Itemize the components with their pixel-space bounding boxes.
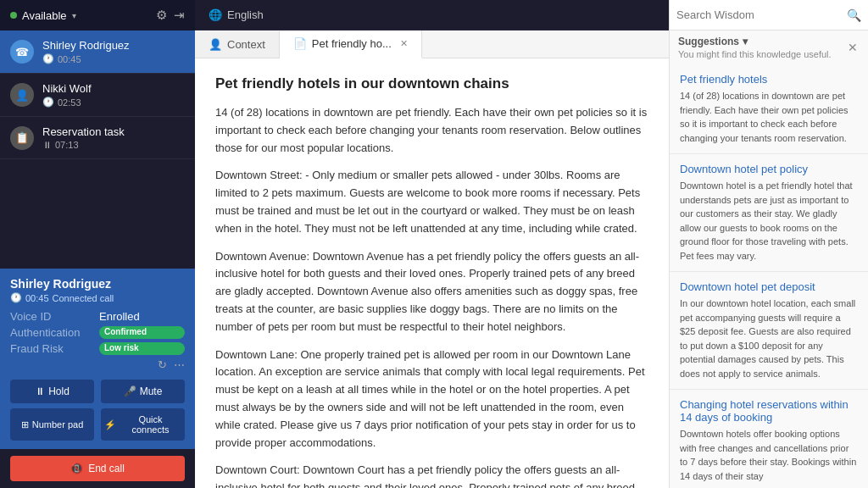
clock-icon: 🕐 bbox=[42, 53, 54, 64]
wisdom-item-3[interactable]: Changing hotel reservations within 14 da… bbox=[670, 390, 868, 488]
suggestions-label: Suggestions bbox=[678, 36, 739, 47]
status-indicator bbox=[10, 12, 17, 19]
context-tab-icon: 👤 bbox=[209, 38, 222, 51]
numpad-icon: ⊞ bbox=[21, 419, 29, 430]
wisdom-item-0[interactable]: Pet friendly hotels 14 (of 28) locations… bbox=[670, 64, 868, 154]
call-time-2: 🕐 02:53 bbox=[42, 97, 185, 108]
number-pad-label: Number pad bbox=[32, 419, 84, 430]
caller-name: Shirley Rodriguez bbox=[42, 39, 185, 52]
call-item-shirley[interactable]: ☎ Shirley Rodriguez 🕐 00:45 bbox=[0, 30, 195, 74]
active-call-details: Voice ID Enrolled Authentication Confirm… bbox=[10, 310, 185, 355]
content-paragraph-4: Downtown Lane: One properly trained pet … bbox=[215, 347, 648, 452]
suggestions-header-section: Suggestions ▾ You might find this knowle… bbox=[678, 36, 832, 59]
language-label: English bbox=[227, 8, 264, 21]
call-duration-2: 02:53 bbox=[58, 97, 81, 108]
wisdom-item-title-0: Pet friendly hotels bbox=[680, 73, 858, 86]
content-paragraph-3: Downtown Avenue: Downtown Avenue has a p… bbox=[215, 248, 648, 336]
wisdom-item-1[interactable]: Downtown hotel pet policy Downtown hotel… bbox=[670, 154, 868, 272]
call-item-info: Shirley Rodriguez 🕐 00:45 bbox=[42, 39, 185, 64]
more-options-icon[interactable]: ⋯ bbox=[174, 358, 185, 371]
globe-icon: 🌐 bbox=[209, 8, 222, 21]
wisdom-item-title-1: Downtown hotel pet policy bbox=[680, 163, 858, 175]
sidebar: Available ▾ ⚙ ⇥ ☎ Shirley Rodriguez 🕐 00… bbox=[0, 0, 195, 488]
call-item-info-3: Reservation task ⏸ 07:13 bbox=[42, 125, 185, 150]
status-label: Available bbox=[22, 9, 67, 22]
quick-connects-button[interactable]: ⚡ Quick connects bbox=[101, 408, 185, 441]
call-item-info-2: Nikki Wolf 🕐 02:53 bbox=[42, 82, 185, 108]
chevron-down-icon: ▾ bbox=[72, 11, 76, 20]
mute-button[interactable]: 🎤 Mute bbox=[101, 380, 185, 403]
pause-icon: ⏸ bbox=[42, 140, 52, 150]
active-caller-name: Shirley Rodriguez bbox=[10, 277, 185, 291]
pet-tab-label: Pet friendly ho... bbox=[312, 37, 392, 50]
call-item-reservation[interactable]: 📋 Reservation task ⏸ 07:13 bbox=[0, 117, 195, 159]
caller-name-2: Nikki Wolf bbox=[42, 82, 185, 95]
suggestions-header: Suggestions ▾ bbox=[678, 36, 832, 47]
wisdom-item-title-2: Downtown hotel pet deposit bbox=[680, 280, 858, 293]
number-pad-button[interactable]: ⊞ Number pad bbox=[10, 408, 94, 441]
tab-close-button[interactable]: ✕ bbox=[400, 38, 408, 49]
main-content: Pet friendly hotels in our downtown chai… bbox=[195, 58, 669, 488]
suggestions-subtitle: You might find this knowledge useful. bbox=[678, 49, 832, 59]
active-call-time: 00:45 bbox=[25, 293, 49, 303]
status-dropdown[interactable]: Available ▾ bbox=[10, 9, 76, 22]
wisdom-search-icon[interactable]: 🔍 bbox=[847, 8, 861, 22]
content-paragraph-5: Downtown Court: Downtown Court has a pet… bbox=[215, 462, 648, 488]
tab-context[interactable]: 👤 Context bbox=[195, 31, 280, 58]
main-topbar: 🌐 English bbox=[195, 0, 669, 30]
connected-label: Connected call bbox=[53, 293, 114, 303]
wisdom-panel: 🔍 Suggestions ▾ You might find this know… bbox=[669, 0, 868, 488]
fraud-label: Fraud Risk bbox=[10, 342, 96, 355]
clock-icon-2: 🕐 bbox=[42, 97, 54, 108]
logout-button[interactable]: ⇥ bbox=[174, 8, 185, 23]
task-icon: 📋 bbox=[10, 126, 34, 150]
tab-pet-friendly[interactable]: 📄 Pet friendly ho... ✕ bbox=[280, 30, 422, 58]
wisdom-item-title-3: Changing hotel reservations within 14 da… bbox=[680, 398, 858, 424]
secondary-action-buttons: ⊞ Number pad ⚡ Quick connects bbox=[10, 408, 185, 441]
sidebar-header: Available ▾ ⚙ ⇥ bbox=[0, 0, 195, 30]
pet-tab-icon: 📄 bbox=[293, 37, 307, 50]
wisdom-items-list: Pet friendly hotels 14 (of 28) locations… bbox=[670, 59, 868, 488]
call-time-3: ⏸ 07:13 bbox=[42, 140, 185, 150]
active-call-status-row: 🕐 00:45 Connected call bbox=[10, 292, 185, 303]
language-selector[interactable]: 🌐 English bbox=[209, 8, 264, 21]
call-item-nikki[interactable]: 👤 Nikki Wolf 🕐 02:53 bbox=[0, 74, 195, 117]
sidebar-header-icons: ⚙ ⇥ bbox=[156, 8, 185, 23]
voice-id-value: Enrolled bbox=[99, 310, 185, 323]
wisdom-item-text-0: 14 (of 28) locations in downtown are pet… bbox=[680, 89, 858, 145]
suggestions-chevron: ▾ bbox=[743, 36, 748, 47]
quick-connects-label: Quick connects bbox=[120, 414, 181, 435]
wisdom-search-input[interactable] bbox=[676, 8, 847, 21]
voice-id-label: Voice ID bbox=[10, 310, 96, 323]
wisdom-item-text-2: In our downtown hotel location, each sma… bbox=[680, 297, 858, 380]
call-action-buttons: ⏸ Hold 🎤 Mute bbox=[10, 380, 185, 403]
content-title: Pet friendly hotels in our downtown chai… bbox=[215, 75, 648, 92]
end-call-button[interactable]: 📵 End call bbox=[10, 456, 185, 481]
hold-icon: ⏸ bbox=[35, 385, 45, 397]
mute-label: Mute bbox=[140, 385, 163, 397]
main-area: 🌐 English 👤 Context 📄 Pet friendly ho...… bbox=[195, 0, 669, 488]
mute-icon: 🎤 bbox=[124, 385, 136, 397]
context-tab-label: Context bbox=[227, 38, 265, 51]
content-tabs: 👤 Context 📄 Pet friendly ho... ✕ bbox=[195, 30, 669, 58]
active-call-panel: Shirley Rodriguez 🕐 00:45 Connected call… bbox=[0, 269, 195, 449]
content-paragraph-2: Downtown Street: - Only medium or smalle… bbox=[215, 167, 648, 237]
call-list: ☎ Shirley Rodriguez 🕐 00:45 👤 Nikki Wolf… bbox=[0, 30, 195, 269]
call-duration-3: 07:13 bbox=[55, 140, 79, 150]
wisdom-close-button[interactable]: ✕ bbox=[846, 39, 860, 56]
refresh-icon[interactable]: ↻ bbox=[158, 358, 167, 371]
hold-button[interactable]: ⏸ Hold bbox=[10, 380, 94, 403]
settings-button[interactable]: ⚙ bbox=[156, 8, 167, 23]
wisdom-item-text-3: Downtown hotels offer booking options wi… bbox=[680, 427, 858, 483]
task-name: Reservation task bbox=[42, 125, 185, 138]
hold-label: Hold bbox=[48, 385, 70, 397]
fraud-badge: Low risk bbox=[99, 342, 185, 355]
call-phone-icon: ☎ bbox=[10, 40, 34, 64]
quick-icon: ⚡ bbox=[104, 419, 116, 430]
wisdom-search-bar: 🔍 bbox=[670, 0, 868, 30]
call-time: 🕐 00:45 bbox=[42, 53, 185, 64]
auth-label: Authentication bbox=[10, 326, 96, 339]
end-call-icon: 📵 bbox=[70, 463, 83, 474]
wisdom-item-2[interactable]: Downtown hotel pet deposit In our downto… bbox=[670, 272, 868, 390]
clock-active-icon: 🕐 bbox=[10, 292, 22, 303]
